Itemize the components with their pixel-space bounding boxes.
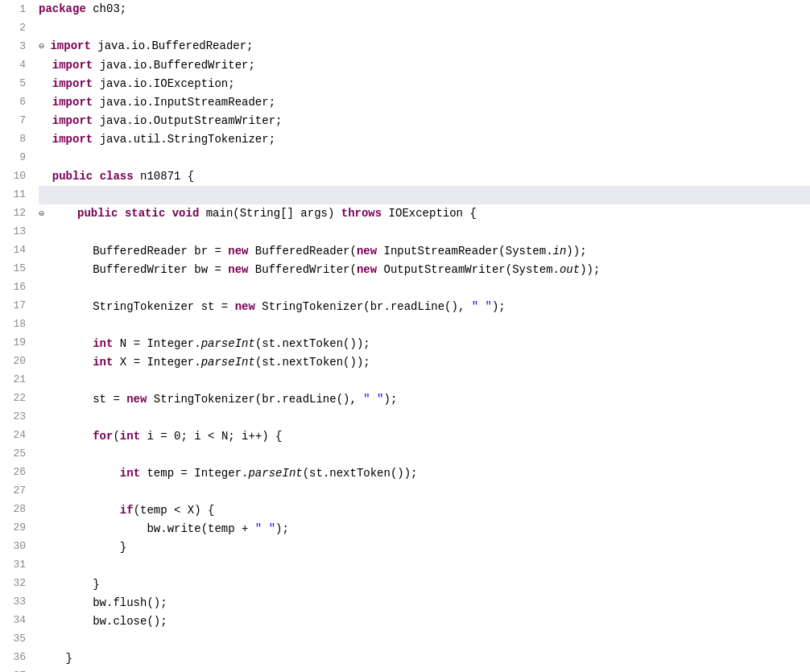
line-num-36: 36 xyxy=(6,648,26,666)
line-num-25: 25 xyxy=(6,444,26,463)
line-num-11: 11 xyxy=(6,185,26,204)
code-line-35 xyxy=(39,631,810,649)
code-line-14: BufferedReader br = new BufferedReader(n… xyxy=(39,242,810,261)
code-line-8: import java.util.StringTokenizer; xyxy=(39,130,810,149)
code-line-13 xyxy=(39,224,810,242)
line-num-22: 22 xyxy=(6,389,26,407)
code-line-21 xyxy=(39,372,810,390)
line-num-3: 3 xyxy=(6,37,26,56)
line-num-18: 18 xyxy=(6,315,26,333)
code-line-10: public class n10871 { xyxy=(39,167,810,186)
line-num-10: 10 xyxy=(6,167,26,185)
line-num-1: 1 xyxy=(6,0,26,19)
line-num-33: 33 xyxy=(6,592,26,611)
line-num-24: 24 xyxy=(6,426,26,444)
line-num-34: 34 xyxy=(6,611,26,629)
code-line-30: } xyxy=(39,538,810,557)
line-num-37: 37 xyxy=(6,666,26,672)
line-num-32: 32 xyxy=(6,574,26,592)
line-num-12: 12 xyxy=(6,204,26,222)
code-line-27 xyxy=(39,483,810,501)
code-line-22: st = new StringTokenizer(br.readLine(), … xyxy=(39,390,810,409)
code-line-18 xyxy=(39,316,810,335)
code-line-24: for(int i = 0; i < N; i++) { xyxy=(39,427,810,446)
code-line-36: } xyxy=(39,649,810,668)
code-line-29: bw.write(temp + " "); xyxy=(39,520,810,538)
code-line-32: } xyxy=(39,575,810,594)
code-line-3: ⊖ import java.io.BufferedReader; xyxy=(39,37,810,56)
code-editor: 1 2 3 4 5 6 7 8 9 10 11 12 13 14 15 16 1… xyxy=(0,0,810,672)
line-num-2: 2 xyxy=(6,19,26,37)
line-num-14: 14 xyxy=(6,241,26,259)
line-num-5: 5 xyxy=(6,74,26,93)
line-num-29: 29 xyxy=(6,518,26,537)
code-line-34: bw.close(); xyxy=(39,612,810,631)
line-num-17: 17 xyxy=(6,296,26,315)
line-num-6: 6 xyxy=(6,93,26,111)
code-line-12: ⊖ public static void main(String[] args)… xyxy=(39,204,810,224)
line-num-20: 20 xyxy=(6,352,26,370)
line-num-15: 15 xyxy=(6,259,26,278)
line-num-26: 26 xyxy=(6,463,26,481)
code-line-26: int temp = Integer.parseInt(st.nextToken… xyxy=(39,464,810,483)
line-num-27: 27 xyxy=(6,481,26,500)
code-line-37 xyxy=(39,668,810,672)
code-line-7: import java.io.OutputStreamWriter; xyxy=(39,112,810,130)
line-num-13: 13 xyxy=(6,222,26,241)
line-num-28: 28 xyxy=(6,500,26,518)
line-num-35: 35 xyxy=(6,629,26,648)
code-line-20: int X = Integer.parseInt(st.nextToken())… xyxy=(39,353,810,372)
line-num-31: 31 xyxy=(6,555,26,574)
code-line-6: import java.io.InputStreamReader; xyxy=(39,93,810,112)
code-line-16 xyxy=(39,279,810,298)
code-line-33: bw.flush(); xyxy=(39,594,810,612)
line-num-8: 8 xyxy=(6,130,26,148)
line-num-23: 23 xyxy=(6,407,26,426)
code-line-28: if(temp < X) { xyxy=(39,501,810,520)
line-num-21: 21 xyxy=(6,370,26,389)
line-num-30: 30 xyxy=(6,537,26,555)
code-line-19: int N = Integer.parseInt(st.nextToken())… xyxy=(39,335,810,353)
code-line-11 xyxy=(39,186,810,204)
line-num-9: 9 xyxy=(6,148,26,167)
line-numbers: 1 2 3 4 5 6 7 8 9 10 11 12 13 14 15 16 1… xyxy=(0,0,32,672)
line-num-7: 7 xyxy=(6,111,26,130)
code-line-5: import java.io.IOException; xyxy=(39,75,810,93)
code-line-31 xyxy=(39,557,810,575)
line-num-4: 4 xyxy=(6,56,26,74)
code-line-1: package ch03; xyxy=(39,0,810,19)
code-line-23 xyxy=(39,409,810,427)
line-num-19: 19 xyxy=(6,333,26,352)
code-line-4: import java.io.BufferedWriter; xyxy=(39,56,810,75)
code-line-25 xyxy=(39,446,810,464)
code-line-15: BufferedWriter bw = new BufferedWriter(n… xyxy=(39,261,810,279)
code-line-2 xyxy=(39,19,810,37)
line-num-16: 16 xyxy=(6,278,26,296)
code-line-17: StringTokenizer st = new StringTokenizer… xyxy=(39,298,810,316)
code-line-9 xyxy=(39,149,810,167)
code-content[interactable]: package ch03; ⊖ import java.io.BufferedR… xyxy=(32,0,810,672)
